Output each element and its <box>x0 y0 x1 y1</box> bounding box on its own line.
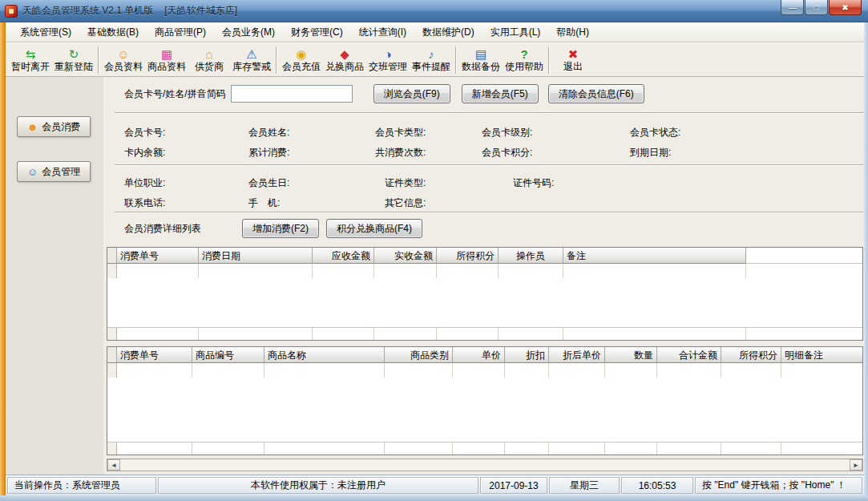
toolbar-label: 库存警戒 <box>232 61 271 72</box>
consume-empty-row[interactable] <box>107 264 862 278</box>
close-button[interactable]: ✖ <box>829 0 862 15</box>
toolbar-relogin[interactable]: ↻ 重新登陆 <box>52 45 95 75</box>
items-table-body[interactable] <box>107 378 862 442</box>
items-col-product-name: 商品名称 <box>264 347 385 363</box>
toolbar-data-backup[interactable]: ▤ 数据备份 <box>459 45 503 75</box>
label-id-type: 证件类型: <box>385 176 426 190</box>
consume-col-operator: 操作员 <box>499 248 563 264</box>
member-info-row-4: 联系电话: 手 机: 其它信息: <box>103 192 864 210</box>
toolbar-label: 重新登陆 <box>55 61 93 72</box>
toolbar-exchange-goods[interactable]: ◆ 兑换商品 <box>323 45 366 75</box>
consume-table[interactable]: 消费单号 消费日期 应收金额 实收金额 所得积分 操作员 备注 <box>107 247 863 341</box>
menu-finance[interactable]: 财务管理(C) <box>283 22 351 42</box>
toolbar-separator <box>98 46 99 74</box>
toolbar-stock-alert[interactable]: ⚠ 库存警戒 <box>230 45 273 75</box>
toolbar-label: 交班管理 <box>369 61 407 72</box>
window-frame-right <box>864 22 868 495</box>
member-search-input[interactable] <box>231 85 353 103</box>
items-col-quantity: 数量 <box>605 347 657 363</box>
menu-product[interactable]: 商品管理(P) <box>147 22 214 42</box>
window-title-store: [天皓软件城东店] <box>164 4 237 18</box>
items-col-category: 商品类别 <box>385 347 453 363</box>
toolbar-product-info[interactable]: ▦ 商品资料 <box>145 45 188 75</box>
sidebar-member-consume-button[interactable]: ☻ 会员消费 <box>17 116 91 137</box>
scroll-right-button[interactable]: ► <box>850 459 862 471</box>
toolbar-label: 供货商 <box>195 61 224 72</box>
titlebar[interactable]: 天皓会员管理系统 V2.1 单机版 [天皓软件城东店] — □ ✖ <box>0 0 868 22</box>
add-consume-button[interactable]: 增加消费(F2) <box>242 219 319 238</box>
items-col-discounted-price: 折后单价 <box>549 347 605 363</box>
member-consume-icon: ☻ <box>27 121 38 133</box>
minimize-icon: — <box>789 3 797 12</box>
scrollbar-track[interactable] <box>120 459 850 471</box>
statusbar: 当前操作员：系统管理员 本软件使用权属于：未注册用户 2017-09-13 星期… <box>6 475 864 495</box>
consume-table-body[interactable] <box>107 278 862 327</box>
toolbar-member-info[interactable]: ☺ 会员资料 <box>102 45 145 75</box>
clear-member-button[interactable]: 清除会员信息(F6) <box>548 84 644 103</box>
menubar: 系统管理(S) 基础数据(B) 商品管理(P) 会员业务(M) 财务管理(C) … <box>6 22 864 42</box>
menu-data-maintain[interactable]: 数据维护(D) <box>414 22 482 42</box>
toolbar-shift-manage[interactable]: ◑ 交班管理 <box>366 45 410 75</box>
toolbar-separator <box>548 46 550 74</box>
items-col-order-no: 消费单号 <box>117 347 192 363</box>
menu-member-business[interactable]: 会员业务(M) <box>214 22 283 42</box>
app-window: 天皓会员管理系统 V2.1 单机版 [天皓软件城东店] — □ ✖ 系统管理(S… <box>0 0 868 501</box>
toolbar-label: 会员资料 <box>104 61 143 72</box>
menu-statistics[interactable]: 统计查询(I) <box>351 22 414 42</box>
label-card-no: 会员卡号: <box>124 126 165 139</box>
add-member-button[interactable]: 新增会员(F5) <box>462 84 539 103</box>
event-remind-icon: ♪ <box>428 47 434 61</box>
toolbar-label: 商品资料 <box>147 61 186 72</box>
toolbar-help[interactable]: ? 使用帮助 <box>503 45 546 75</box>
menu-tools[interactable]: 实用工具(L) <box>482 22 549 42</box>
label-card-type: 会员卡类型: <box>375 126 426 139</box>
browse-member-button[interactable]: 浏览会员(F9) <box>373 84 450 103</box>
row-selector-header <box>107 347 117 363</box>
sidebar-button-label: 会员消费 <box>42 120 80 134</box>
menu-help[interactable]: 帮助(H) <box>548 22 597 42</box>
consume-col-order-no: 消费单号 <box>117 248 199 264</box>
consume-col-remark: 备注 <box>563 248 746 264</box>
items-empty-row[interactable] <box>107 363 862 378</box>
member-info-row-3: 单位职业: 会员生日: 证件类型: 证件号码: <box>103 172 864 192</box>
consume-col-received: 实收金额 <box>374 248 437 264</box>
close-icon: ✖ <box>842 3 848 12</box>
items-footer-row <box>107 442 862 455</box>
label-consume-count: 共消费次数: <box>375 146 426 160</box>
status-time: 16:05:53 <box>621 477 693 494</box>
items-table[interactable]: 消费单号 商品编号 商品名称 商品类别 单价 折扣 折后单价 数量 合计金额 所… <box>107 346 863 455</box>
sidebar-button-label: 会员管理 <box>42 165 80 179</box>
shift-manage-icon: ◑ <box>384 47 391 61</box>
toolbar-member-recharge[interactable]: ◉ 会员充值 <box>280 45 323 75</box>
product-info-icon: ▦ <box>161 47 172 61</box>
search-label: 会员卡号/姓名/拼音简码 <box>124 87 226 101</box>
toolbar-event-remind[interactable]: ♪ 事件提醒 <box>410 45 453 75</box>
label-card-balance: 卡内余额: <box>124 146 165 160</box>
toolbar-pause-leave[interactable]: ⇆ 暂时离开 <box>9 45 52 75</box>
items-col-unit-price: 单价 <box>453 347 505 363</box>
maximize-button[interactable]: □ <box>805 0 828 15</box>
separator <box>115 212 864 213</box>
points-exchange-button[interactable]: 积分兑换商品(F4) <box>326 219 422 238</box>
detail-list-title: 会员消费详细列表 <box>124 222 240 236</box>
scroll-left-button[interactable]: ◄ <box>107 459 120 471</box>
search-row: 会员卡号/姓名/拼音简码 浏览会员(F9) 新增会员(F5) 清除会员信息(F6… <box>103 83 864 104</box>
relogin-icon: ↻ <box>69 47 79 61</box>
horizontal-scrollbar[interactable]: ◄ ► <box>107 459 863 471</box>
label-other-info: 其它信息: <box>385 196 426 210</box>
consume-footer-row <box>107 327 862 340</box>
items-col-total: 合计金额 <box>657 347 721 363</box>
menu-base-data[interactable]: 基础数据(B) <box>79 22 147 42</box>
menu-system[interactable]: 系统管理(S) <box>12 22 79 42</box>
help-icon: ? <box>520 47 527 61</box>
minimize-button[interactable]: — <box>781 0 804 15</box>
toolbar-exit[interactable]: ✖ 退出 <box>552 45 594 75</box>
status-hint: 按 "End" 键开钱箱；按 "Home" ！ <box>695 477 862 494</box>
toolbar-separator <box>276 46 277 74</box>
header-filler <box>746 248 862 264</box>
toolbar: ⇆ 暂时离开 ↻ 重新登陆 ☺ 会员资料 ▦ 商品资料 ⌂ <box>6 42 864 77</box>
sidebar-member-manage-button[interactable]: ☺ 会员管理 <box>17 161 91 182</box>
label-birthday: 会员生日: <box>248 176 289 190</box>
toolbar-supplier[interactable]: ⌂ 供货商 <box>188 45 230 75</box>
scroll-left-icon: ◄ <box>111 462 117 469</box>
